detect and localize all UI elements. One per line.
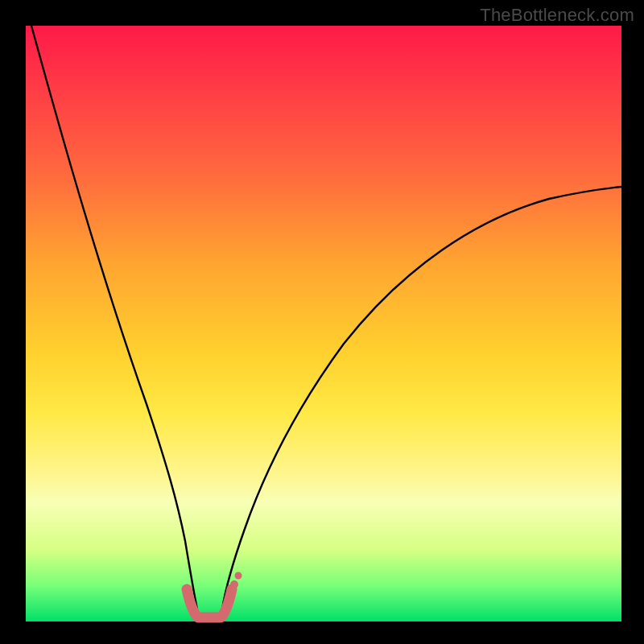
valley-dot bbox=[230, 580, 238, 588]
valley-dot bbox=[235, 572, 242, 580]
curve-left-branch bbox=[31, 26, 197, 609]
watermark-text: TheBottleneck.com bbox=[480, 5, 634, 26]
curve-layer bbox=[26, 26, 621, 621]
curve-right-branch bbox=[222, 187, 621, 609]
chart-stage: TheBottleneck.com bbox=[0, 0, 644, 644]
plot-area bbox=[26, 26, 621, 621]
